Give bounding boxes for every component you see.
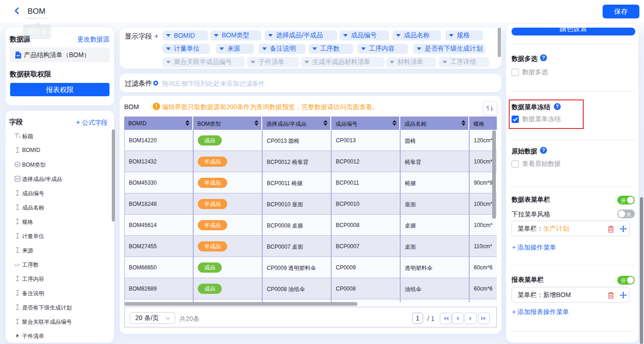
svg-text:123: 123 bbox=[14, 263, 20, 267]
